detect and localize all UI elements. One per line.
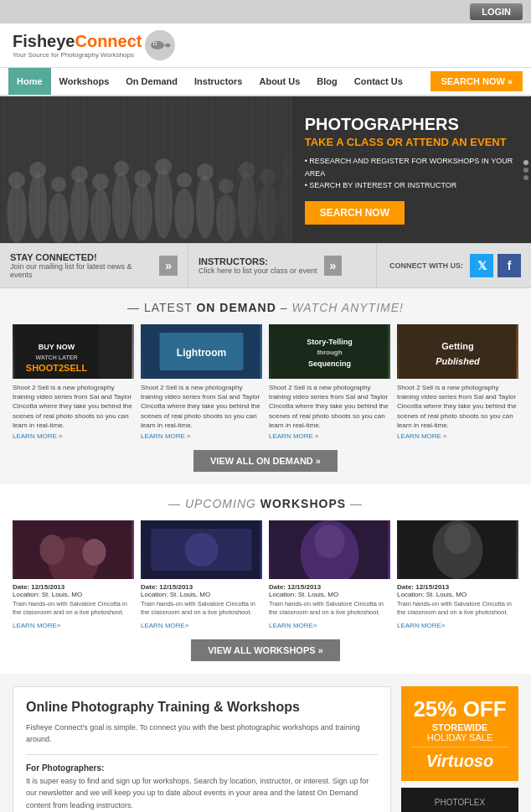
logo-main: FisheyeConnect xyxy=(13,32,142,50)
stay-connected-item[interactable]: STAY CONNECTED! Join our mailing list fo… xyxy=(0,244,188,287)
ws-link-3[interactable]: LEARN MORE» xyxy=(269,622,317,629)
ws-link-2[interactable]: LEARN MORE» xyxy=(141,622,188,629)
svg-point-51 xyxy=(40,535,65,565)
about-main-content: Online Photography Training & Workshops … xyxy=(13,686,391,812)
od-link-3[interactable]: LEARN MORE » xyxy=(269,432,319,440)
svg-point-61 xyxy=(445,524,472,554)
logo-text-area: FisheyeConnect Your Source for Photograp… xyxy=(13,32,142,59)
nav-blog[interactable]: Blog xyxy=(308,68,345,95)
nav-home[interactable]: Home xyxy=(8,68,51,95)
list-item: Date: 12/15/2013 Location: St. Louis, MO… xyxy=(13,520,134,629)
svg-point-26 xyxy=(155,158,172,175)
login-button[interactable]: LOGIN xyxy=(470,3,523,20)
ws-link-1[interactable]: LEARN MORE» xyxy=(13,622,60,629)
ws-location-4: Location: St. Louis, MO xyxy=(397,591,518,598)
workshops-grid: Date: 12/15/2013 Location: St. Louis, MO… xyxy=(13,520,518,629)
hero-bullets: • RESEARCH AND REGISTER FOR WORKSHOPS IN… xyxy=(305,155,518,191)
od-text-4: Shoot 2 Sell is a new photography traini… xyxy=(397,383,518,430)
on-demand-grid: BUY NOW WATCH LATER SHOOT2SELL Shoot 2 S… xyxy=(13,324,518,440)
od-thumbnail-3: Story-Telling through Sequencing xyxy=(269,324,390,379)
svg-point-27 xyxy=(177,173,192,188)
list-item: Date: 12/15/2013 Location: St. Louis, MO… xyxy=(397,520,518,629)
ws-thumbnail-2 xyxy=(141,520,262,579)
od-text-3: Shoot 2 Sell is a new photography traini… xyxy=(269,383,390,430)
svg-point-23 xyxy=(92,173,109,190)
ad-holiday: HOLIDAY SALE xyxy=(411,732,508,742)
svg-point-15 xyxy=(216,194,236,241)
od-thumbnail-1: BUY NOW WATCH LATER SHOOT2SELL xyxy=(13,324,134,379)
svg-point-11 xyxy=(132,184,152,240)
view-all-on-demand-button[interactable]: VIEW ALL ON DEMAND » xyxy=(193,450,338,472)
svg-text:WATCH LATER: WATCH LATER xyxy=(36,354,78,360)
logo-icon xyxy=(145,30,175,60)
svg-point-22 xyxy=(71,166,88,183)
connect-with-us-item: CONNECT WITH US: 𝕏 f xyxy=(377,244,531,287)
nav-workshops[interactable]: Workshops xyxy=(51,68,118,95)
od-link-1[interactable]: LEARN MORE » xyxy=(13,432,63,440)
svg-point-14 xyxy=(196,175,214,239)
about-sidebar: 25% OFF STOREWIDE HOLIDAY SALE Virtuoso … xyxy=(401,686,518,812)
svg-point-58 xyxy=(315,525,345,558)
svg-rect-4 xyxy=(0,96,292,243)
ws-desc-3: Train hands-on with Salvatore Cincotta i… xyxy=(269,600,390,618)
ws-location-3: Location: St. Louis, MO xyxy=(269,591,390,598)
svg-point-55 xyxy=(185,533,219,566)
nav-about-us[interactable]: About Us xyxy=(250,68,308,95)
svg-point-12 xyxy=(154,168,173,239)
svg-text:Published: Published xyxy=(436,356,480,366)
logo-area: FisheyeConnect Your Source for Photograp… xyxy=(13,30,175,60)
svg-point-9 xyxy=(90,189,111,242)
list-item: Date: 12/15/2013 Location: St. Louis, MO… xyxy=(269,520,390,629)
twitter-icon[interactable]: 𝕏 xyxy=(470,254,493,277)
nav-instructors[interactable]: Instructors xyxy=(186,68,250,95)
svg-point-31 xyxy=(260,168,276,185)
on-demand-title: — LATEST ON DEMAND – WATCH ANYTIME! xyxy=(13,301,518,314)
ad-percent: 25% OFF xyxy=(411,696,508,722)
od-thumbnail-4: Getting Published xyxy=(397,324,518,379)
ws-link-4[interactable]: LEARN MORE» xyxy=(397,622,445,629)
hero-subtitle: TAKE A CLASS OR ATTEND AN EVENT xyxy=(305,136,518,148)
search-nav-button[interactable]: SEARCH NOW » xyxy=(430,71,523,91)
svg-point-13 xyxy=(174,189,194,239)
ad-photoflex-brand: PHOTOFLEX xyxy=(411,798,508,807)
instructors-item[interactable]: INSTRUCTORS: Click here to list your cla… xyxy=(188,244,377,287)
od-text-1: Shoot 2 Sell is a new photography traini… xyxy=(13,383,134,430)
top-bar: LOGIN xyxy=(0,0,531,23)
svg-text:through: through xyxy=(317,349,342,356)
hero-banner: PHOTOGRAPHERS TAKE A CLASS OR ATTEND AN … xyxy=(0,96,531,243)
od-link-4[interactable]: LEARN MORE » xyxy=(397,432,447,440)
list-item: BUY NOW WATCH LATER SHOOT2SELL Shoot 2 S… xyxy=(13,324,134,440)
hero-search-button[interactable]: SEARCH NOW xyxy=(305,201,405,225)
facebook-icon[interactable]: f xyxy=(497,254,521,277)
ad-virtuoso[interactable]: 25% OFF STOREWIDE HOLIDAY SALE Virtuoso xyxy=(401,686,518,781)
svg-text:SHOOT2SELL: SHOOT2SELL xyxy=(26,363,88,373)
site-header: FisheyeConnect Your Source for Photograp… xyxy=(0,23,531,68)
ws-date-2: Date: 12/15/2013 xyxy=(141,583,262,591)
ad-brand-virtuoso: Virtuoso xyxy=(411,747,508,771)
svg-text:Story-Telling: Story-Telling xyxy=(307,338,352,346)
ad-photoflex[interactable]: PHOTOFLEX YEAR END PROMOS click here ▶ xyxy=(401,788,518,812)
ws-desc-2: Train hands-on with Salvatore Cincotta i… xyxy=(141,600,262,618)
od-link-2[interactable]: LEARN MORE » xyxy=(141,432,191,440)
svg-text:Lightroom: Lightroom xyxy=(177,347,226,359)
svg-point-30 xyxy=(239,162,255,178)
main-nav: Home Workshops On Demand Instructors Abo… xyxy=(0,68,531,96)
about-section: Online Photography Training & Workshops … xyxy=(0,674,531,812)
svg-text:Sequencing: Sequencing xyxy=(308,359,351,368)
ws-location-2: Location: St. Louis, MO xyxy=(141,591,262,598)
instructors-text: INSTRUCTORS: Click here to list your cla… xyxy=(198,256,317,275)
instructors-arrow: » xyxy=(324,256,343,276)
ws-desc-1: Train hands-on with Salvatore Cincotta i… xyxy=(13,600,134,618)
nav-contact-us[interactable]: Contact Us xyxy=(346,68,411,95)
view-all-workshops-button[interactable]: VIEW ALL WORKSHOPS » xyxy=(191,639,340,661)
svg-point-29 xyxy=(219,178,234,194)
nav-on-demand[interactable]: On Demand xyxy=(117,68,186,95)
photographers-subtitle: For Photographers: xyxy=(26,763,378,773)
svg-point-8 xyxy=(70,178,89,241)
ws-thumbnail-4 xyxy=(397,520,518,579)
svg-point-32 xyxy=(281,158,292,173)
svg-point-10 xyxy=(112,172,131,239)
about-title: Online Photography Training & Workshops xyxy=(26,700,378,715)
logo-subtitle: Your Source for Photography Workshops xyxy=(13,51,142,59)
svg-point-52 xyxy=(83,539,106,566)
